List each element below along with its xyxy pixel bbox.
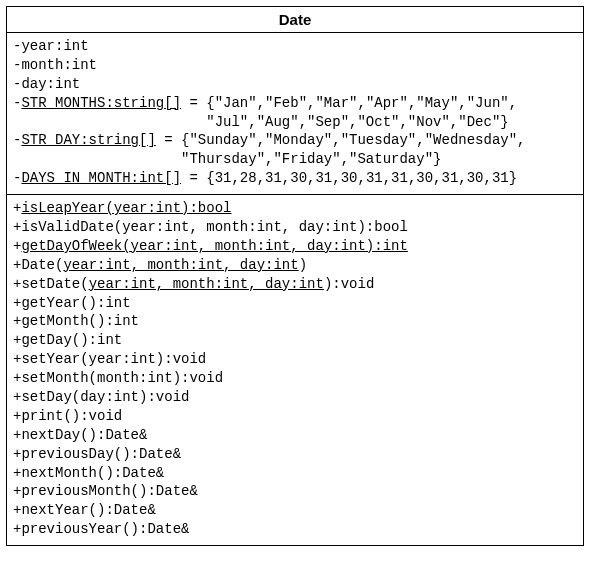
op-isleapyear: +isLeapYear(year:int):bool — [13, 199, 577, 218]
ctor-params: year:int, month:int, day:int — [63, 257, 298, 273]
op-previousday: +previousDay():Date& — [13, 445, 577, 464]
ctor-b: ) — [299, 257, 307, 273]
op-setyear: +setYear(year:int):void — [13, 350, 577, 369]
op-getday: +getDay():int — [13, 331, 577, 350]
attr-month: -month:int — [13, 56, 577, 75]
op-nextmonth: +nextMonth():Date& — [13, 464, 577, 483]
attr-str-months: -STR MONTHS:string[] = {"Jan","Feb","Mar… — [13, 94, 577, 113]
value: = {"Jan","Feb","Mar","Apr","May","Jun", — [181, 95, 517, 111]
static-name: STR MONTHS:string[] — [21, 95, 181, 111]
static-name: STR DAY:string[] — [21, 132, 155, 148]
ctor-a: +Date( — [13, 257, 63, 273]
op-ctor: +Date(year:int, month:int, day:int) — [13, 256, 577, 275]
uml-class-date: Date -year:int -month:int -day:int -STR … — [6, 6, 584, 546]
op-nextyear: +nextYear():Date& — [13, 501, 577, 520]
op-setdate: +setDate(year:int, month:int, day:int):v… — [13, 275, 577, 294]
value: = {31,28,31,30,31,30,31,31,30,31,30,31} — [181, 170, 517, 186]
value: = {"Sunday","Monday","Tuesday","Wednesda… — [156, 132, 526, 148]
static-name: DAYS IN MONTH:int[] — [21, 170, 181, 186]
op-setday: +setDay(day:int):void — [13, 388, 577, 407]
op-getyear: +getYear():int — [13, 294, 577, 313]
op-nextday: +nextDay():Date& — [13, 426, 577, 445]
attr-str-day: -STR DAY:string[] = {"Sunday","Monday","… — [13, 131, 577, 150]
op-isvaliddate: +isValidDate(year:int, month:int, day:in… — [13, 218, 577, 237]
attr-days-in-month: -DAYS IN MONTH:int[] = {31,28,31,30,31,3… — [13, 169, 577, 188]
static-op: isLeapYear(year:int):bool — [21, 200, 231, 216]
attr-str-months-cont: "Jul","Aug","Sep","Oct","Nov","Dec"} — [13, 113, 577, 132]
class-title: Date — [7, 7, 583, 33]
setdate-a: +setDate( — [13, 276, 89, 292]
op-previousyear: +previousYear():Date& — [13, 520, 577, 539]
attr-day: -day:int — [13, 75, 577, 94]
attr-year: -year:int — [13, 37, 577, 56]
op-print: +print():void — [13, 407, 577, 426]
attributes-section: -year:int -month:int -day:int -STR MONTH… — [7, 33, 583, 194]
op-getdayofweek: +getDayOfWeek(year:int, month:int, day:i… — [13, 237, 577, 256]
methods-section: +isLeapYear(year:int):bool +isValidDate(… — [7, 194, 583, 545]
setdate-params: year:int, month:int, day:int — [89, 276, 324, 292]
setdate-b: ):void — [324, 276, 374, 292]
op-getmonth: +getMonth():int — [13, 312, 577, 331]
static-op: getDayOfWeek(year:int, month:int, day:in… — [21, 238, 407, 254]
attr-str-day-cont: "Thursday","Friday","Saturday"} — [13, 150, 577, 169]
op-previousmonth: +previousMonth():Date& — [13, 482, 577, 501]
op-setmonth: +setMonth(month:int):void — [13, 369, 577, 388]
